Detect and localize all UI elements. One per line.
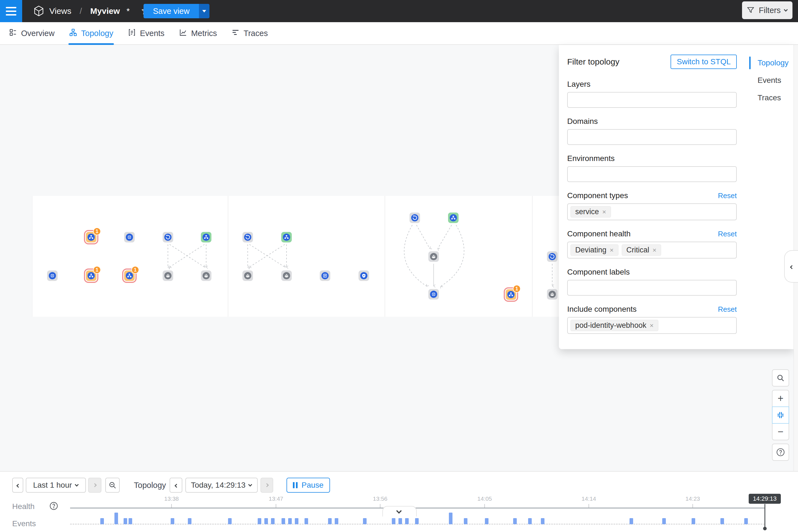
reset-link[interactable]: Reset (718, 230, 737, 238)
event-bar[interactable] (392, 518, 395, 524)
event-bar[interactable] (271, 518, 274, 524)
switch-to-stql-button[interactable]: Switch to STQL (670, 55, 737, 69)
health-help-icon[interactable] (49, 501, 59, 511)
tab-events[interactable]: Events (127, 22, 165, 44)
event-bar[interactable] (691, 518, 695, 524)
event-bar[interactable] (335, 518, 338, 524)
timeline-collapse-handle[interactable] (382, 506, 417, 516)
topology-node-shield-clear[interactable] (359, 270, 369, 281)
topology-node-sync-clear[interactable] (163, 232, 173, 243)
event-bar[interactable] (720, 518, 724, 524)
filters-button[interactable]: Filters (742, 1, 793, 19)
filter-chip[interactable]: Critical× (622, 244, 661, 256)
topology-node-docker-clear[interactable] (547, 289, 557, 300)
topology-node-docker-clear[interactable] (429, 251, 439, 262)
event-bar[interactable] (528, 518, 532, 524)
filter-chip[interactable]: service× (571, 206, 611, 217)
topology-node-docker-clear[interactable] (201, 270, 211, 281)
event-bar[interactable] (485, 518, 489, 524)
zoom-in-button[interactable]: + (772, 390, 789, 407)
snapshot-forward-button[interactable] (261, 478, 273, 493)
help-button[interactable] (772, 443, 789, 461)
event-bar[interactable] (744, 518, 748, 524)
tab-overview[interactable]: Overview (8, 22, 55, 44)
event-bar[interactable] (100, 518, 104, 524)
tab-traces[interactable]: Traces (231, 22, 268, 44)
field-input[interactable] (567, 166, 737, 182)
event-bar[interactable] (288, 518, 292, 524)
event-bar[interactable] (295, 518, 299, 524)
zoom-fit-button[interactable] (772, 406, 789, 424)
event-bar[interactable] (513, 518, 517, 524)
event-bar[interactable] (541, 518, 545, 524)
views-link[interactable]: Views (49, 6, 71, 16)
field-input[interactable] (567, 280, 737, 296)
current-time-badge[interactable]: 14:29:13 (749, 494, 781, 504)
details-pane-expand-handle[interactable] (784, 250, 798, 283)
filter-chip[interactable]: Deviating× (571, 244, 619, 256)
field-input[interactable] (567, 129, 737, 145)
event-bar[interactable] (405, 518, 409, 524)
health-timeline-axis[interactable] (70, 508, 765, 509)
event-bar[interactable] (114, 513, 118, 524)
save-view-button[interactable]: Save view (144, 4, 209, 18)
topology-node-hierarchy-deviating[interactable]: 1 (124, 270, 135, 281)
topology-node-pod-clear[interactable] (124, 232, 135, 243)
health-count-badge[interactable]: 1 (513, 285, 521, 292)
timeline-cursor-dot[interactable] (763, 527, 767, 530)
field-input[interactable] (567, 92, 737, 108)
field-input[interactable]: Deviating×Critical× (567, 242, 737, 259)
event-bar[interactable] (124, 518, 127, 524)
event-bar[interactable] (258, 518, 261, 524)
event-bar[interactable] (398, 518, 402, 524)
field-input[interactable]: service× (567, 203, 737, 220)
event-bar[interactable] (305, 518, 308, 524)
topology-node-list-clear[interactable] (320, 270, 330, 281)
topology-node-hierarchy-healthy[interactable] (448, 212, 459, 223)
topology-node-hierarchy-healthy[interactable] (201, 232, 211, 243)
event-bar[interactable] (363, 518, 366, 524)
timeline-zoom-out-button[interactable] (105, 478, 120, 493)
timeline-cursor[interactable] (764, 504, 765, 528)
filter-chip[interactable]: pod-identity-webhook× (571, 320, 658, 331)
topology-node-sync-clear[interactable] (547, 251, 557, 262)
event-bar[interactable] (264, 518, 268, 524)
event-bar[interactable] (449, 513, 453, 524)
topology-node-hierarchy-deviating[interactable]: 1 (86, 270, 96, 281)
panel-nav-events[interactable]: Events (758, 73, 791, 87)
chip-remove-icon[interactable]: × (650, 322, 654, 329)
time-forward-button[interactable] (88, 478, 101, 493)
panel-nav-traces[interactable]: Traces (758, 91, 791, 105)
topology-node-docker-clear[interactable] (163, 270, 173, 281)
tab-metrics[interactable]: Metrics (178, 22, 217, 44)
event-bar[interactable] (328, 518, 332, 524)
time-back-button[interactable] (12, 478, 23, 493)
chip-remove-icon[interactable]: × (652, 246, 657, 254)
zoom-out-button[interactable]: − (772, 423, 789, 440)
topology-node-hierarchy-deviating[interactable]: 1 (86, 232, 96, 243)
health-count-badge[interactable]: 1 (93, 266, 101, 274)
topology-node-docker-clear[interactable] (281, 270, 292, 281)
health-count-badge[interactable]: 1 (93, 227, 101, 235)
event-bar[interactable] (171, 518, 174, 524)
pause-button[interactable]: Pause (286, 478, 330, 493)
topology-node-hierarchy-deviating[interactable]: 1 (506, 289, 516, 300)
event-bar[interactable] (415, 518, 419, 524)
chip-remove-icon[interactable]: × (602, 208, 606, 216)
canvas-search-button[interactable] (772, 369, 789, 386)
topology-node-docker-clear[interactable] (243, 270, 253, 281)
save-view-label[interactable]: Save view (144, 4, 199, 18)
menu-hamburger-icon[interactable] (0, 0, 22, 22)
save-view-dropdown[interactable] (199, 4, 209, 18)
event-bar[interactable] (629, 518, 633, 524)
tab-topology[interactable]: Topology (69, 22, 114, 44)
event-bar[interactable] (662, 518, 666, 524)
topology-canvas[interactable]: 1111 Filter topology Switch to STQL Laye… (0, 45, 798, 471)
panel-nav-topology[interactable]: Topology (758, 56, 791, 70)
time-range-dropdown[interactable]: Last 1 hour (26, 478, 86, 493)
field-input[interactable]: pod-identity-webhook× (567, 317, 737, 334)
current-time-dropdown[interactable]: Today, 14:29:13 (185, 478, 258, 493)
snapshot-back-button[interactable] (170, 478, 182, 493)
reset-link[interactable]: Reset (718, 305, 737, 314)
topology-node-pod-clear[interactable] (429, 289, 439, 300)
